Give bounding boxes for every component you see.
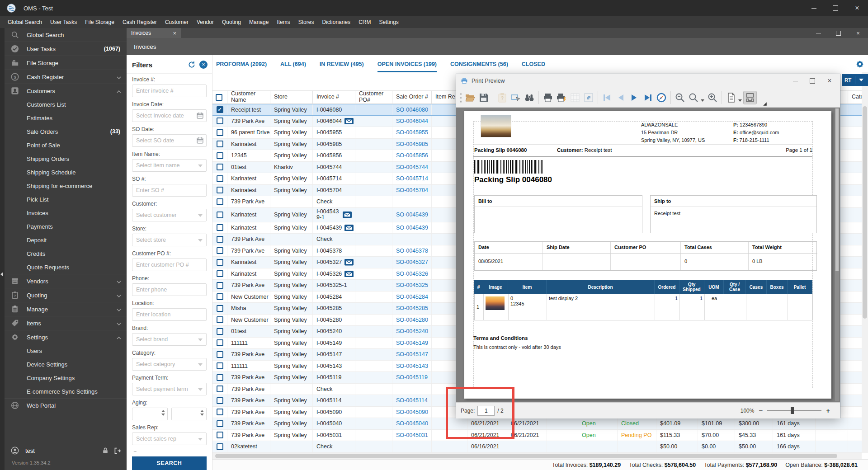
prev-page-icon[interactable] — [614, 91, 627, 104]
row-checkbox[interactable] — [217, 212, 223, 218]
horizontal-scrollbar[interactable] — [212, 453, 862, 459]
mdi-minimize-button[interactable] — [808, 28, 828, 38]
table-row[interactable]: 739 Park AveSpring ValleyI-0045040SO-004… — [212, 418, 868, 430]
sidebar-item-shipping-for-e-commerce[interactable]: Shipping for e-commerce — [5, 179, 127, 193]
sale-order-link[interactable]: SO-0045325 — [396, 282, 428, 288]
sidebar-item-e-commerce-sync-settings[interactable]: E-commerce Sync Settings — [5, 385, 127, 398]
table-row[interactable]: 02katetestCheck06/16/2021$50.00$0.00$50.… — [212, 441, 868, 453]
sidebar-item-global-search[interactable]: Global Search — [5, 28, 127, 42]
sidebar-item-company-settings[interactable]: Company Settings — [5, 371, 127, 385]
row-checkbox[interactable]: ✓ — [217, 106, 223, 113]
zoom-slider[interactable] — [767, 410, 821, 411]
grid-settings-gear-icon[interactable] — [855, 60, 864, 69]
tab-open-invoices-199[interactable]: OPEN INVOICES (199) — [377, 61, 437, 72]
tab-consignments-56[interactable]: CONSIGNMENTS (56) — [450, 61, 508, 72]
open-folder-icon[interactable] — [463, 91, 477, 104]
sidebar-item-settings[interactable]: Settings — [5, 330, 127, 344]
mdi-tab-close-icon[interactable]: × — [173, 30, 176, 37]
lock-icon[interactable] — [102, 447, 109, 454]
aging-spinner-1[interactable] — [132, 408, 168, 420]
calendar-icon[interactable] — [196, 112, 204, 119]
sidebar-item-shipping-orders[interactable]: Shipping Orders — [5, 152, 127, 165]
sale-order-link[interactable]: SO-0045326 — [396, 271, 428, 277]
table-row[interactable]: 739 Park AveSpring ValleyI-0045031SO-004… — [212, 430, 868, 442]
filter-input-invoice-date[interactable]: Select Invoice date — [132, 109, 207, 122]
scale-icon[interactable] — [582, 91, 595, 104]
sidebar-item-customers[interactable]: Customers — [5, 84, 127, 98]
mdi-tab-invoices[interactable]: Invoices × — [127, 28, 181, 38]
minimize-button[interactable] — [803, 0, 825, 16]
row-checkbox[interactable] — [217, 409, 223, 415]
compass-icon[interactable] — [655, 91, 668, 104]
filter-input-invoice[interactable]: Enter invoice # — [132, 85, 207, 97]
row-checkbox[interactable] — [217, 362, 223, 369]
hscroll-thumb[interactable] — [215, 454, 837, 458]
row-checkbox[interactable] — [217, 316, 223, 323]
mdi-restore-button[interactable] — [828, 28, 848, 38]
mdi-close-button[interactable]: × — [848, 28, 868, 38]
zoom-slider-thumb[interactable] — [791, 407, 794, 414]
preview-scrollbar[interactable] — [835, 108, 839, 401]
dialog-close-button[interactable]: × — [822, 75, 837, 86]
tab-proforma-2092[interactable]: PROFORMA (2092) — [216, 61, 267, 72]
vscroll-thumb[interactable] — [863, 106, 867, 319]
menu-item-settings[interactable]: Settings — [375, 16, 402, 28]
row-checkbox[interactable] — [217, 247, 223, 254]
row-checkbox[interactable] — [217, 432, 223, 438]
next-page-icon[interactable] — [627, 91, 641, 104]
filter-input-so[interactable]: Enter SO # — [132, 184, 207, 197]
menu-item-items[interactable]: Items — [273, 16, 294, 28]
row-checkbox[interactable] — [217, 328, 223, 335]
sidebar-item-device-settings[interactable]: Device Settings — [5, 357, 127, 371]
row-checkbox[interactable] — [217, 224, 223, 231]
row-checkbox[interactable] — [217, 198, 223, 205]
sidebar-item-shipping-schedule[interactable]: Shipping Schedule — [5, 165, 127, 179]
sale-order-link[interactable]: SO-0045031 — [396, 432, 428, 438]
dialog-maximize-button[interactable] — [805, 75, 820, 86]
corner-more-icon[interactable] — [757, 98, 770, 107]
sidebar-item-estimates[interactable]: Estimates — [5, 111, 127, 125]
filter-input-item-name[interactable]: Select item name — [132, 159, 207, 172]
vertical-scrollbar[interactable] — [862, 72, 868, 453]
filter-input-category[interactable]: Select category — [132, 358, 207, 371]
sale-order-link[interactable]: SO-0045856 — [396, 152, 428, 159]
zoom-minus-button[interactable]: − — [759, 407, 763, 414]
zoom-in-icon[interactable] — [706, 91, 719, 104]
sidebar-item-deposit[interactable]: Deposit — [5, 233, 127, 247]
sidebar-item-users[interactable]: Users — [5, 344, 127, 357]
zoom-plus-button[interactable]: + — [826, 407, 830, 414]
sale-order-link[interactable]: SO-0045284 — [396, 294, 428, 300]
doc-export-icon[interactable] — [724, 91, 738, 104]
row-checkbox[interactable] — [217, 397, 223, 404]
row-checkbox[interactable] — [217, 339, 223, 346]
tab-closed[interactable]: CLOSED — [522, 61, 545, 72]
menu-item-vendor[interactable]: Vendor — [193, 16, 218, 28]
sale-order-link[interactable]: SO-0045090 — [396, 409, 428, 415]
dialog-minimize-button[interactable] — [788, 75, 803, 86]
sidebar-item-quoting[interactable]: ?Quoting — [5, 288, 127, 302]
sale-order-link[interactable]: SO-0045985 — [396, 141, 428, 147]
export-dropdown-caret-icon[interactable] — [859, 79, 863, 81]
binoculars-icon[interactable] — [523, 91, 536, 104]
menu-item-customer[interactable]: Customer — [161, 16, 193, 28]
quick-print-icon[interactable] — [555, 91, 568, 104]
menu-item-dictionaries[interactable]: Dictionaries — [318, 16, 354, 28]
filters-close-icon[interactable]: × — [199, 61, 208, 69]
sidebar-item-items[interactable]: Items — [5, 316, 127, 330]
zoom-out-icon[interactable] — [673, 91, 687, 104]
sale-order-link[interactable]: SO-0045955 — [396, 129, 428, 136]
row-checkbox[interactable] — [217, 385, 223, 392]
select-all-checkbox[interactable] — [216, 94, 222, 101]
sidebar-item-customers-list[interactable]: Customers List — [5, 98, 127, 111]
row-checkbox[interactable] — [217, 118, 223, 124]
filter-input-so-date[interactable]: Select SO date — [132, 134, 207, 147]
row-checkbox[interactable] — [217, 351, 223, 358]
sidebar-item-cash-register[interactable]: $Cash Register — [5, 70, 127, 84]
menu-item-user-tasks[interactable]: User Tasks — [46, 16, 81, 28]
sale-order-link[interactable]: SO-0045040 — [396, 420, 428, 427]
menu-item-crm[interactable]: CRM — [354, 16, 375, 28]
row-checkbox[interactable] — [217, 443, 223, 450]
filter-input-customer[interactable]: Select customer — [132, 209, 207, 221]
row-checkbox[interactable] — [217, 129, 223, 136]
sale-order-link[interactable]: SO-0046080 — [396, 107, 428, 113]
